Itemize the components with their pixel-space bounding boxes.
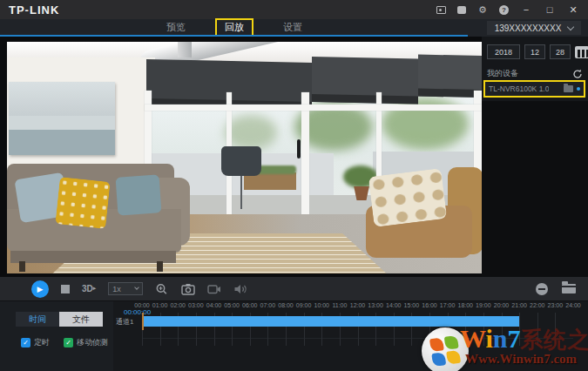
- checkbox-icon: ✓: [64, 338, 73, 347]
- hour-tick-label: 22:00: [530, 302, 545, 308]
- right-panel: 2018 12 28 我的设备 TL-NVR6100K 1.0: [482, 37, 588, 277]
- hour-tick-label: 19:00: [476, 302, 491, 308]
- channel-label: 通道1: [116, 317, 133, 327]
- hour-tick-label: 16:00: [422, 302, 437, 308]
- scene-window-frame: [301, 92, 309, 226]
- hour-tick-label: 20:00: [494, 302, 510, 308]
- tplink-logo: TP-LINK: [9, 3, 59, 17]
- playback-controls: ▶ 3D 1x: [0, 277, 588, 300]
- timeline-ruler: 00:0001:0002:0003:0004:0005:0006:0007:00…: [142, 302, 573, 312]
- nav-tabs: 预览 回放 设置: [161, 19, 308, 35]
- filter-tabs: 时间 文件: [16, 312, 103, 327]
- record-type-filters: ✓ 定时 ✓ 移动侦测: [21, 337, 108, 348]
- scene-window-frame: [145, 105, 482, 111]
- hour-tick-label: 05:00: [224, 302, 240, 308]
- day-field[interactable]: 28: [550, 44, 571, 59]
- settings-gear-icon[interactable]: ⚙: [477, 4, 488, 15]
- checkbox-icon: ✓: [21, 338, 30, 347]
- video-stage: [0, 37, 482, 277]
- scene-lamp: [221, 146, 261, 176]
- watermark: Win7系统之家 Www.Winwin7.com: [422, 324, 588, 371]
- account-number: 139XXXXXXXXX: [495, 24, 562, 33]
- watermark-brand: Win7系统之家: [460, 324, 588, 355]
- scene-armchair: [366, 167, 482, 266]
- devices-header: 我的设备: [487, 68, 583, 79]
- playback-speed-select[interactable]: 1x: [108, 282, 143, 295]
- open-folder-icon[interactable]: [562, 284, 576, 293]
- hour-tick-label: 13:00: [368, 302, 383, 308]
- tab-time[interactable]: 时间: [16, 312, 59, 327]
- hour-tick-label: 18:00: [457, 302, 473, 308]
- hour-tick-label: 01:00: [152, 302, 168, 308]
- device-list-empty: [482, 101, 588, 277]
- checkbox-motion-detect[interactable]: ✓ 移动侦测: [64, 337, 108, 348]
- hour-tick-label: 03:00: [188, 302, 204, 308]
- close-button[interactable]: ✕: [567, 4, 579, 16]
- playhead[interactable]: [142, 313, 144, 330]
- maximize-button[interactable]: □: [544, 4, 556, 15]
- timeline-tools: [536, 283, 588, 295]
- hour-tick-label: 14:00: [386, 302, 402, 308]
- chevron-down-icon: [567, 23, 574, 30]
- scene-greenery: [225, 115, 277, 150]
- hour-tick-label: 00:00: [134, 302, 150, 308]
- snapshot-camera-icon[interactable]: [181, 283, 195, 295]
- checkbox-scheduled[interactable]: ✓ 定时: [21, 337, 50, 348]
- chevron-down-icon: [134, 285, 139, 290]
- hour-tick-label: 02:00: [170, 302, 186, 308]
- hour-tick-label: 17:00: [440, 302, 456, 308]
- year-field[interactable]: 2018: [487, 44, 520, 59]
- hour-tick-label: 08:00: [278, 302, 294, 308]
- volume-icon[interactable]: [233, 283, 247, 295]
- date-picker: 2018 12 28: [487, 44, 588, 59]
- digital-zoom-icon[interactable]: [155, 283, 169, 295]
- account-dropdown[interactable]: 139XXXXXXXXX: [487, 21, 581, 35]
- message-icon[interactable]: [457, 6, 466, 14]
- scene-sofa: [7, 164, 192, 273]
- titlebar: TP-LINK ⚙ ? − □ ✕: [0, 0, 588, 19]
- timeline-zoom-out-icon[interactable]: [536, 283, 548, 295]
- hour-tick-label: 07:00: [260, 302, 276, 308]
- playback-video[interactable]: [7, 42, 482, 273]
- tab-preview[interactable]: 预览: [161, 19, 191, 36]
- scene-door-handle: [297, 139, 301, 159]
- calendar-icon[interactable]: [575, 46, 588, 58]
- screenshot-gallery-icon[interactable]: [436, 6, 446, 14]
- hour-tick-label: 11:00: [332, 302, 347, 308]
- tab-file[interactable]: 文件: [59, 312, 103, 327]
- filter-panel: 时间 文件 ✓ 定时 ✓ 移动侦测: [0, 301, 113, 371]
- watermark-url: Www.Winwin7.com: [465, 352, 577, 367]
- hour-tick-label: 09:00: [296, 302, 312, 308]
- minimize-button[interactable]: −: [520, 4, 532, 15]
- 3d-positioning-button[interactable]: 3D: [82, 284, 96, 293]
- hour-tick-label: 10:00: [314, 302, 329, 308]
- status-dot: [577, 87, 580, 91]
- tab-settings[interactable]: 设置: [278, 19, 308, 36]
- record-video-icon[interactable]: [207, 283, 221, 295]
- device-item-nvr[interactable]: TL-NVR6100K 1.0: [483, 80, 585, 98]
- titlebar-actions: ⚙ ? − □ ✕: [436, 4, 579, 16]
- navbar: 预览 回放 设置 139XXXXXXXXX: [0, 19, 588, 37]
- stop-button[interactable]: [61, 285, 70, 293]
- help-icon[interactable]: ?: [499, 5, 509, 15]
- tab-playback[interactable]: 回放: [215, 18, 253, 37]
- hour-tick-label: 21:00: [511, 302, 527, 308]
- refresh-icon[interactable]: [572, 69, 583, 79]
- device-name: TL-NVR6100K 1.0: [489, 84, 549, 93]
- app-window: TP-LINK ⚙ ? − □ ✕ 预览 回放 设置 139XXXXXXXXX: [0, 0, 588, 371]
- hour-tick-label: 23:00: [548, 302, 564, 308]
- hour-tick-label: 24:00: [565, 302, 581, 308]
- scene-lamp-pole: [240, 176, 242, 209]
- folder-icon: [564, 85, 573, 92]
- hour-tick-label: 04:00: [206, 302, 222, 308]
- hour-tick-label: 12:00: [350, 302, 366, 308]
- hour-tick-label: 15:00: [404, 302, 420, 308]
- scene-painting: [9, 82, 115, 155]
- speed-value: 1x: [112, 285, 121, 293]
- month-field[interactable]: 12: [524, 44, 545, 59]
- play-button[interactable]: ▶: [31, 280, 49, 298]
- hour-tick-label: 06:00: [242, 302, 258, 308]
- devices-label: 我的设备: [487, 68, 518, 79]
